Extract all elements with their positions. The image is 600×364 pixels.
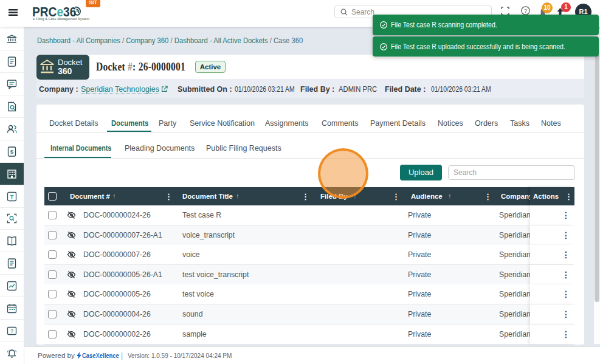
svg-text:T: T	[10, 193, 14, 200]
svg-text:?: ?	[524, 8, 527, 14]
svg-text:$: $	[10, 148, 14, 155]
svg-text:?: ?	[10, 328, 13, 334]
